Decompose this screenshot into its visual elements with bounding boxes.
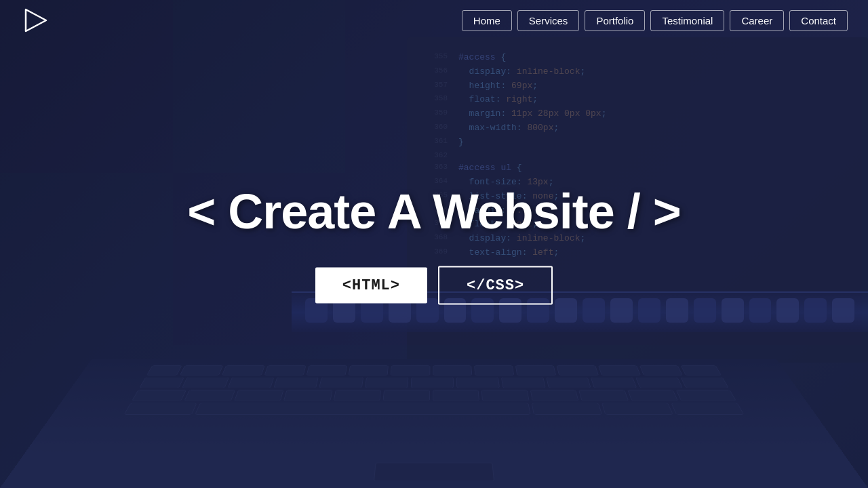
html-button[interactable]: <HTML> [315, 268, 427, 304]
nav-portfolio[interactable]: Portfolio [585, 10, 645, 31]
hero-content: < Create A Website / > <HTML> </CSS> [0, 184, 868, 305]
logo[interactable] [20, 5, 50, 35]
nav-contact[interactable]: Contact [789, 10, 848, 31]
hero-buttons: <HTML> </CSS> [0, 266, 868, 305]
svg-marker-0 [26, 9, 46, 31]
hero-title: < Create A Website / > [0, 184, 868, 239]
nav-testimonial[interactable]: Testimonial [650, 10, 724, 31]
css-button[interactable]: </CSS> [438, 266, 553, 305]
nav-home[interactable]: Home [462, 10, 512, 31]
nav-career[interactable]: Career [730, 10, 784, 31]
logo-icon [20, 5, 50, 35]
hero-section: 355#access { 356 display: inline-block; … [0, 0, 868, 488]
nav-links: Home Services Portfolio Testimonial Care… [462, 10, 848, 31]
navbar: Home Services Portfolio Testimonial Care… [0, 0, 868, 41]
nav-services[interactable]: Services [517, 10, 580, 31]
